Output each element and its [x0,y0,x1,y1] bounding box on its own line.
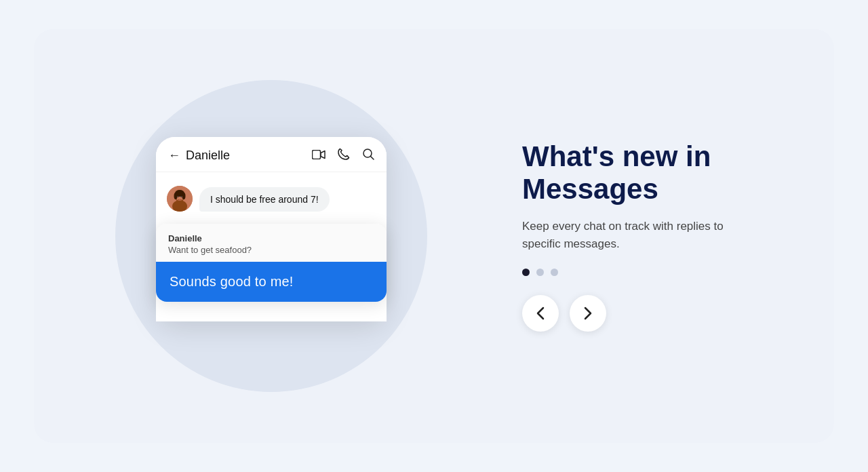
main-title: What's new in Messages [522,140,793,206]
right-section: What's new in Messages Keep every chat o… [495,140,793,332]
dot-2[interactable] [536,269,544,276]
incoming-bubble: I should be free around 7! [199,187,330,212]
reply-card: Danielle Want to get seafood? Sounds goo… [156,224,387,302]
svg-point-8 [174,193,178,199]
dot-1[interactable] [522,269,530,276]
prev-button[interactable] [522,295,559,332]
svg-line-2 [371,157,374,160]
svg-rect-0 [313,151,321,159]
dot-3[interactable] [551,269,558,276]
back-arrow-icon[interactable]: ← [168,149,180,163]
svg-point-9 [182,193,186,199]
carousel-dots [522,269,793,276]
phone-mockup: ← Danielle [156,137,387,321]
video-call-icon[interactable] [312,149,326,163]
reply-bubble: Sounds good to me! [156,262,387,302]
main-card: ← Danielle [34,29,834,443]
phone-header: ← Danielle [156,137,387,172]
reply-context-text: Want to get seafood? [168,245,374,255]
svg-point-11 [181,196,182,197]
subtitle: Keep every chat on track with replies to… [522,218,739,252]
incoming-message-row: I should be free around 7! [167,186,376,212]
phone-body: I should be free around 7! Danielle Want… [156,172,387,321]
navigation-buttons [522,295,793,332]
search-icon[interactable] [362,148,374,163]
reply-context: Danielle Want to get seafood? [156,224,387,262]
contact-name: Danielle [186,149,312,163]
header-icons [312,148,374,163]
left-section: ← Danielle [75,29,468,443]
next-button[interactable] [570,295,606,332]
reply-context-name: Danielle [168,233,374,243]
phone-call-icon[interactable] [338,148,350,163]
avatar [167,186,193,212]
svg-point-10 [178,196,179,197]
